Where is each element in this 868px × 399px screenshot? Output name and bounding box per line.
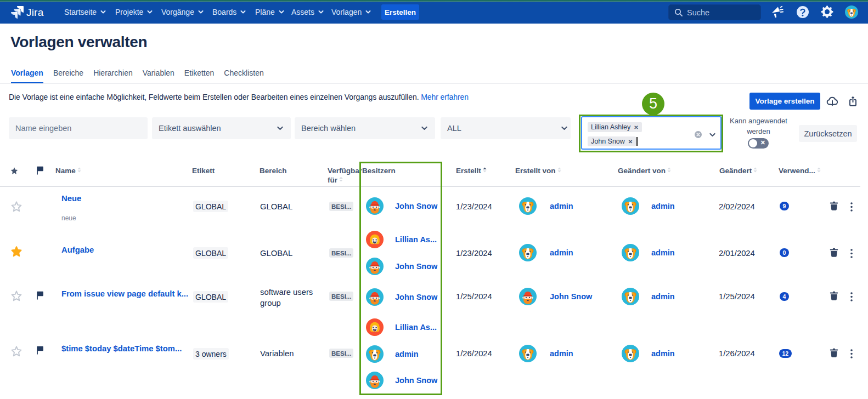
row-menu-button[interactable] (847, 248, 856, 259)
verfuegbar-chip[interactable]: BESI... (329, 248, 353, 258)
clear-selection-icon[interactable] (695, 131, 702, 138)
jira-logo[interactable]: Jira (11, 6, 43, 19)
reset-button[interactable]: Zurücksetzen (799, 125, 857, 142)
erstellt-cell: 1/23/2024 (456, 201, 492, 212)
nav-item-assets[interactable]: Assets (291, 2, 324, 22)
can-apply-toggle[interactable]: ✕ (748, 138, 769, 149)
row-menu-button[interactable] (847, 202, 856, 212)
label-filter-select[interactable]: Etikett auswählen (152, 117, 291, 139)
owner-link[interactable]: John Snow (395, 375, 437, 386)
nav-item-projekte[interactable]: Projekte (115, 2, 153, 22)
verfuegbar-chip[interactable]: BESI... (329, 202, 353, 211)
star-toggle[interactable] (10, 344, 23, 357)
column-header-erstellt[interactable]: Erstellt (456, 166, 487, 175)
nav-item-vorgaenge[interactable]: Vorgänge (161, 2, 204, 22)
owner-link[interactable]: John Snow (395, 261, 437, 272)
column-header-geaendert-von[interactable]: Geändert von (618, 166, 671, 175)
creator-link[interactable]: John Snow (550, 291, 592, 302)
tab-hierarchien[interactable]: Hierarchien (93, 69, 133, 84)
column-header-geaendert[interactable]: Geändert (719, 166, 757, 175)
delete-button[interactable] (829, 348, 839, 358)
chip-remove-icon[interactable]: ✕ (634, 124, 638, 130)
row-menu-button[interactable] (847, 349, 856, 359)
modifier-link[interactable]: admin (651, 348, 675, 359)
create-button[interactable]: Erstellen (381, 4, 419, 20)
owner-link[interactable]: John Snow (395, 292, 437, 303)
owner-chip-lillian[interactable]: Lillian Ashley ✕ (588, 122, 642, 132)
header-label: Verwend... (779, 167, 815, 175)
erstellt-cell: 1/25/2024 (456, 291, 492, 302)
column-header-etikett[interactable]: Etikett (192, 166, 215, 175)
owner-link[interactable]: admin (395, 349, 419, 360)
template-name-link[interactable]: Aufgabe (61, 246, 94, 254)
template-name-link[interactable]: Neue (61, 195, 81, 202)
creator-avatar-john (519, 288, 537, 305)
creator-link[interactable]: admin (550, 348, 573, 359)
tab-variablen[interactable]: Variablen (143, 69, 174, 84)
search-input[interactable] (687, 8, 753, 17)
row-menu-button[interactable] (847, 292, 856, 302)
chevron-down-icon (240, 10, 246, 14)
settings-icon[interactable] (821, 0, 833, 24)
announcements-icon[interactable] (769, 0, 784, 24)
star-toggle-active[interactable] (10, 244, 23, 258)
can-apply-label-line2: werden (725, 126, 792, 136)
star-column-header-icon[interactable] (9, 166, 19, 175)
modifier-avatar-dog (622, 197, 639, 215)
creator-link[interactable]: admin (550, 247, 573, 258)
modifier-link[interactable]: admin (651, 291, 675, 302)
flag-icon[interactable] (36, 291, 44, 300)
owner-link[interactable]: Lillian As... (395, 322, 437, 333)
nav-item-boards[interactable]: Boards (212, 2, 246, 22)
learn-more-link[interactable]: Mehr erfahren (421, 93, 469, 101)
nav-item-label: Pläne (255, 8, 275, 16)
verfuegbar-chip[interactable]: BESI... (329, 292, 353, 301)
export-button[interactable] (848, 95, 858, 108)
modifier-link[interactable]: admin (651, 201, 675, 212)
star-toggle[interactable] (10, 200, 23, 213)
column-header-verwendet[interactable]: Verwend... (779, 166, 821, 175)
modifier-link[interactable]: admin (651, 247, 675, 258)
geaendert-cell: 2/01/2024 (719, 248, 755, 259)
user-avatar[interactable] (845, 0, 858, 24)
chevron-down-icon[interactable] (709, 133, 715, 137)
chip-remove-icon[interactable]: ✕ (628, 139, 633, 145)
owner-filter-multiselect[interactable]: Lillian Ashley ✕ John Snow ✕ (581, 116, 722, 150)
owner-chip-john[interactable]: John Snow ✕ (588, 136, 636, 146)
tab-etiketten[interactable]: Etiketten (184, 69, 214, 84)
star-toggle[interactable] (10, 289, 23, 302)
import-button[interactable] (826, 95, 838, 108)
creator-link[interactable]: admin (550, 201, 573, 212)
column-header-name[interactable]: Name (55, 166, 81, 175)
delete-button[interactable] (829, 201, 839, 211)
chevron-down-icon (279, 10, 284, 14)
tab-bereiche[interactable]: Bereiche (53, 69, 83, 84)
space-filter-select[interactable]: Bereich wählen (295, 117, 435, 139)
delete-button[interactable] (829, 291, 839, 301)
header-label: Bereich (260, 167, 287, 175)
nav-item-plaene[interactable]: Pläne (255, 2, 284, 22)
nav-item-vorlagen[interactable]: Vorlagen (331, 2, 371, 22)
tab-vorlagen[interactable]: Vorlagen (11, 69, 43, 84)
column-header-bereich[interactable]: Bereich (260, 166, 287, 175)
tab-checklisten[interactable]: Checklisten (224, 69, 263, 84)
page-description: Die Vorlage ist eine einfache Möglichkei… (9, 93, 469, 101)
search-box[interactable] (668, 4, 761, 20)
flag-column-header-icon[interactable] (36, 166, 44, 175)
all-filter-select[interactable]: ALL (441, 117, 571, 139)
name-filter-input[interactable] (9, 117, 148, 139)
template-name-link[interactable]: From issue view page default k... (61, 290, 188, 298)
nav-item-startseite[interactable]: Startseite (64, 2, 106, 22)
help-icon[interactable] (797, 0, 809, 24)
column-header-erstellt-von[interactable]: Erstellt von (515, 166, 561, 175)
template-subtitle: neue (61, 215, 76, 221)
owner-link[interactable]: Lillian As... (395, 234, 437, 245)
sort-icon (339, 176, 343, 182)
create-template-button[interactable]: Vorlage erstellen (749, 93, 820, 110)
flag-icon[interactable] (36, 346, 44, 355)
template-name-link[interactable]: $time $today $dateTime $tom... (61, 345, 182, 352)
owner-link[interactable]: John Snow (395, 201, 437, 212)
verfuegbar-chip[interactable]: BESI... (329, 349, 353, 358)
bereich-cell: software usersgroup (260, 287, 313, 309)
delete-button[interactable] (829, 248, 839, 258)
